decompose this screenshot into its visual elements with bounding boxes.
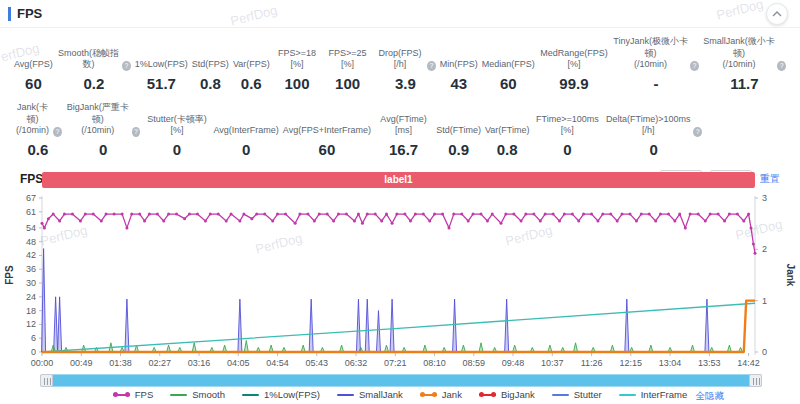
svg-text:18: 18 bbox=[26, 306, 36, 316]
svg-text:6: 6 bbox=[31, 333, 36, 343]
svg-text:02:27: 02:27 bbox=[148, 358, 171, 368]
stat-label: BigJank(严重卡顿) (/10min)? bbox=[66, 102, 141, 137]
row2-stat: Jank(卡顿) (/10min)?0.6 bbox=[12, 102, 64, 158]
legend-item-fps[interactable]: FPS bbox=[113, 389, 153, 400]
svg-text:48: 48 bbox=[26, 237, 36, 247]
stat-label: FTime>=100ms [%] bbox=[533, 114, 601, 137]
chevron-up-icon bbox=[772, 11, 782, 17]
row1-stat: Std(FPS)0.8 bbox=[190, 59, 231, 92]
stat-label: Median(FPS) bbox=[482, 59, 535, 71]
legend-item-interframe[interactable]: InterFrame bbox=[619, 389, 687, 400]
legend-marker bbox=[479, 394, 496, 396]
stat-value: 0.9 bbox=[436, 141, 481, 158]
stat-value: 99.9 bbox=[539, 75, 609, 92]
stat-label: Std(FPS) bbox=[192, 59, 229, 71]
stat-value: 60 bbox=[482, 75, 535, 92]
stat-label: Avg(InterFrame) bbox=[213, 125, 278, 137]
legend-marker bbox=[242, 394, 259, 396]
stat-value: 51.7 bbox=[135, 75, 188, 92]
legend-marker bbox=[113, 394, 130, 396]
grip-icon bbox=[753, 378, 760, 385]
legend-item-smooth[interactable]: Smooth bbox=[170, 389, 225, 400]
row2-stat: Delta(FTime)>100ms [/h]?0 bbox=[603, 114, 704, 158]
chart-range-scrollbar[interactable] bbox=[40, 374, 762, 387]
help-icon[interactable]: ? bbox=[690, 61, 699, 71]
stat-value: 0.6 bbox=[233, 75, 270, 92]
scrollbar-right-handle[interactable] bbox=[749, 374, 762, 387]
svg-text:Jank: Jank bbox=[785, 264, 796, 287]
row1-stat: Smooth(稳帧指数)?0.2 bbox=[55, 48, 133, 92]
series-Smooth bbox=[51, 341, 742, 352]
help-icon[interactable]: ? bbox=[132, 127, 141, 137]
svg-text:00:00: 00:00 bbox=[31, 358, 54, 368]
stat-label: Delta(FTime)>100ms [/h]? bbox=[605, 114, 702, 137]
svg-text:FPS: FPS bbox=[4, 265, 15, 285]
stat-label: Avg(FPS) bbox=[14, 59, 53, 71]
scrollbar-left-handle[interactable] bbox=[40, 374, 53, 387]
stat-label: Jank(卡顿) (/10min)? bbox=[14, 102, 62, 137]
fps-chart: 06121824303642485461670123FPSJank00:0000… bbox=[0, 192, 800, 370]
row2-stat: Stutter(卡顿率) [%]0 bbox=[142, 114, 211, 158]
legend-item-stutter[interactable]: Stutter bbox=[552, 389, 602, 400]
row2-stat: Avg(FTime) [ms]16.7 bbox=[373, 114, 434, 158]
help-icon[interactable]: ? bbox=[427, 61, 436, 71]
svg-text:54: 54 bbox=[26, 223, 36, 233]
stat-label: Avg(FTime) [ms] bbox=[375, 114, 432, 137]
svg-text:05:43: 05:43 bbox=[306, 358, 329, 368]
help-icon[interactable]: ? bbox=[693, 127, 702, 137]
legend-label: Jank bbox=[442, 389, 462, 400]
legend-item-bigjank[interactable]: BigJank bbox=[479, 389, 535, 400]
stat-value: 0.2 bbox=[57, 75, 131, 92]
stat-label: Stutter(卡顿率) [%] bbox=[144, 114, 209, 137]
legend-item-jank[interactable]: Jank bbox=[420, 389, 462, 400]
svg-text:04:05: 04:05 bbox=[227, 358, 250, 368]
panel-header: FPS bbox=[0, 0, 800, 28]
row1-stat: Var(FPS)0.6 bbox=[231, 59, 272, 92]
legend-item-smalljank[interactable]: SmallJank bbox=[337, 389, 403, 400]
hide-all-link[interactable]: 全隐藏 bbox=[696, 390, 725, 403]
stat-value: 11.7 bbox=[703, 75, 786, 92]
stat-value: 0 bbox=[533, 141, 601, 158]
row1-stat: FPS>=18 [%]100 bbox=[272, 48, 323, 92]
chart-title: FPS bbox=[20, 172, 43, 186]
help-icon[interactable]: ? bbox=[777, 61, 786, 71]
stat-value: 16.7 bbox=[375, 141, 432, 158]
series-SmallJank bbox=[42, 249, 709, 352]
svg-text:10:37: 10:37 bbox=[541, 358, 564, 368]
label1-banner: label1 bbox=[42, 172, 755, 188]
grip-icon bbox=[44, 378, 51, 385]
svg-text:09:48: 09:48 bbox=[502, 358, 525, 368]
stat-label: Avg(FPS+InterFrame) bbox=[283, 125, 371, 137]
stat-label: Var(FPS) bbox=[233, 59, 270, 71]
stat-value: 0 bbox=[605, 141, 702, 158]
legend-item-1-low-fps-[interactable]: 1%Low(FPS) bbox=[242, 389, 320, 400]
row1-stat: FPS>=25 [%]100 bbox=[322, 48, 373, 92]
svg-text:11:26: 11:26 bbox=[581, 358, 603, 368]
stat-value: 0 bbox=[213, 141, 278, 158]
svg-text:3: 3 bbox=[762, 193, 767, 203]
row2-stat: Var(FTime)0.8 bbox=[483, 125, 532, 158]
row1-stat: 1%Low(FPS)51.7 bbox=[133, 59, 190, 92]
help-icon[interactable]: ? bbox=[53, 127, 62, 137]
help-icon[interactable]: ? bbox=[122, 61, 131, 71]
svg-text:14:42: 14:42 bbox=[737, 358, 760, 368]
stat-value: - bbox=[613, 75, 699, 92]
row1-stat: SmallJank(微小卡顿) (/10min)?11.7 bbox=[701, 36, 788, 92]
svg-text:13:53: 13:53 bbox=[698, 358, 721, 368]
reset-link[interactable]: 重置 bbox=[760, 172, 780, 186]
legend-label: BigJank bbox=[501, 389, 535, 400]
title-accent-bar bbox=[8, 7, 11, 21]
row1-stat: Min(FPS)43 bbox=[438, 59, 480, 92]
stat-label: SmallJank(微小卡顿) (/10min)? bbox=[703, 36, 786, 71]
stat-label: 1%Low(FPS) bbox=[135, 59, 188, 71]
legend-label: Smooth bbox=[192, 389, 225, 400]
stat-value: 3.9 bbox=[375, 75, 436, 92]
legend-marker bbox=[337, 394, 354, 396]
stat-label: MedRange(FPS)[%] bbox=[539, 48, 609, 71]
svg-text:08:10: 08:10 bbox=[423, 358, 446, 368]
stat-value: 60 bbox=[283, 141, 371, 158]
svg-text:04:54: 04:54 bbox=[266, 358, 289, 368]
svg-text:30: 30 bbox=[26, 278, 36, 288]
collapse-button[interactable] bbox=[766, 3, 788, 25]
stat-value: 100 bbox=[324, 75, 371, 92]
